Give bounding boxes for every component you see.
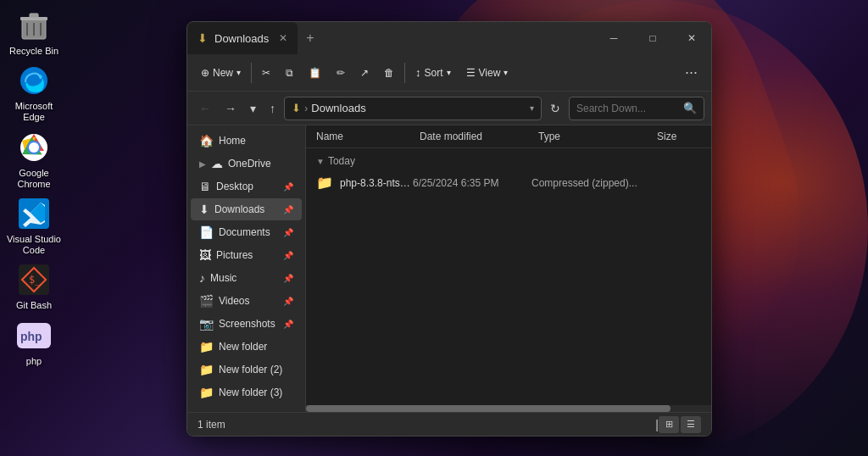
gitbash-icon: $_ xyxy=(17,263,51,297)
group-today: ▼ Today xyxy=(306,148,711,170)
desktop-icon-recycle-bin[interactable]: Recycle Bin xyxy=(4,8,64,57)
new-folder-icon: 📁 xyxy=(199,340,214,353)
sidebar-music-label: Music xyxy=(210,272,236,284)
view-dropdown-icon: ▾ xyxy=(504,68,508,77)
svg-rect-2 xyxy=(30,14,38,18)
scrollbar-thumb[interactable] xyxy=(306,405,670,412)
desktop-icon-sidebar: 🖥 xyxy=(199,180,211,193)
desktop-icon-php[interactable]: php php xyxy=(4,319,64,367)
recent-locations-button[interactable]: ▾ xyxy=(245,98,261,119)
sidebar-item-screenshots[interactable]: 📷 Screenshots 📌 xyxy=(191,313,302,335)
videos-icon: 🎬 xyxy=(199,294,214,308)
sidebar-new-folder-3-label: New folder (3) xyxy=(219,386,282,398)
paste-icon: 📋 xyxy=(309,67,321,79)
column-name[interactable]: Name xyxy=(313,129,416,144)
sidebar-onedrive-label: OneDrive xyxy=(228,158,271,170)
sidebar-item-onedrive[interactable]: ▶ ☁ OneDrive xyxy=(191,153,302,175)
sidebar-item-music[interactable]: ♪ Music 📌 xyxy=(191,267,302,289)
svg-text:php: php xyxy=(20,330,42,343)
column-type[interactable]: Type xyxy=(535,129,654,144)
file-list: Name Date modified Type Size ▼ Today 📁 p… xyxy=(306,125,711,412)
more-options-button[interactable]: ··· xyxy=(678,60,704,85)
new-button[interactable]: ⊕ New ▾ xyxy=(194,64,248,82)
share-icon: ↗ xyxy=(360,67,369,79)
svg-text:$_: $_ xyxy=(29,274,42,286)
sidebar-new-folder-2-label: New folder (2) xyxy=(219,364,282,375)
rename-button[interactable]: ✏ xyxy=(330,64,352,82)
back-button[interactable]: ← xyxy=(194,98,216,119)
separator-1 xyxy=(251,63,252,83)
desktop-pin-icon: 📌 xyxy=(283,182,293,192)
file-folder-icon: 📁 xyxy=(316,175,333,191)
chrome-label: Google Chrome xyxy=(4,168,64,190)
horizontal-scrollbar[interactable] xyxy=(306,405,711,412)
address-path[interactable]: ⬇ › Downloads ▾ xyxy=(284,97,542,120)
list-view-button[interactable]: ☰ xyxy=(681,416,701,433)
window-controls: ─ □ ✕ xyxy=(594,22,711,54)
copy-icon: ⧉ xyxy=(286,67,293,79)
sidebar-item-new-folder-2[interactable]: 📁 New folder (2) xyxy=(191,359,302,381)
copy-button[interactable]: ⧉ xyxy=(279,64,300,82)
pictures-icon: 🖼 xyxy=(199,248,211,262)
status-bar: 1 item | ⊞ ☰ xyxy=(187,412,711,436)
details-view-button[interactable]: ⊞ xyxy=(659,416,679,433)
sort-dropdown-icon: ▾ xyxy=(447,68,451,77)
delete-button[interactable]: 🗑 xyxy=(377,64,401,82)
sidebar-desktop-label: Desktop xyxy=(216,181,253,192)
search-input[interactable] xyxy=(576,103,680,114)
rename-icon: ✏ xyxy=(337,67,345,79)
up-button[interactable]: ↑ xyxy=(264,98,281,119)
sidebar-home-label: Home xyxy=(219,135,246,147)
explorer-window: ⬇ Downloads ✕ + ─ □ ✕ ⊕ New ▾ ✂ ⧉ 📋 ✏ xyxy=(186,21,712,437)
sidebar-item-home[interactable]: 🏠 Home xyxy=(191,130,302,152)
new-plus-icon: ⊕ xyxy=(201,67,209,79)
column-size[interactable]: Size xyxy=(654,129,704,144)
sidebar-item-new-folder-3[interactable]: 📁 New folder (3) xyxy=(191,381,302,403)
tab-download-icon: ⬇ xyxy=(198,31,208,45)
address-bar: ← → ▾ ↑ ⬇ › Downloads ▾ ↻ 🔍 xyxy=(187,92,711,125)
sidebar: 🏠 Home ▶ ☁ OneDrive 🖥 Desktop 📌 ⬇ Downlo… xyxy=(187,125,306,412)
screenshots-icon: 📷 xyxy=(199,317,214,331)
sidebar-item-desktop[interactable]: 🖥 Desktop 📌 xyxy=(191,175,302,197)
php-label: php xyxy=(26,356,42,367)
close-button[interactable]: ✕ xyxy=(672,22,711,54)
paste-button[interactable]: 📋 xyxy=(302,64,328,82)
desktop-icon-vscode[interactable]: Visual Studio Code xyxy=(4,197,64,256)
sidebar-item-pictures[interactable]: 🖼 Pictures 📌 xyxy=(191,244,302,266)
new-tab-button[interactable]: + xyxy=(298,31,322,46)
vscode-icon xyxy=(17,197,51,231)
maximize-button[interactable]: □ xyxy=(633,22,672,54)
delete-icon: 🗑 xyxy=(384,67,394,79)
downloads-pin-icon: 📌 xyxy=(283,205,293,214)
view-button[interactable]: ☰ View ▾ xyxy=(459,64,515,82)
desktop-icon-gitbash[interactable]: $_ Git Bash xyxy=(4,263,64,311)
empty-space xyxy=(306,195,711,405)
group-arrow-icon: ▼ xyxy=(316,157,325,166)
vscode-label: Visual Studio Code xyxy=(4,234,64,256)
path-separator: › xyxy=(304,102,308,114)
sort-label: Sort xyxy=(425,67,443,79)
videos-pin-icon: 📌 xyxy=(283,297,293,306)
cut-button[interactable]: ✂ xyxy=(255,64,277,82)
sort-button[interactable]: ↕ Sort ▾ xyxy=(409,63,458,82)
share-button[interactable]: ↗ xyxy=(353,64,376,82)
desktop-icon-edge[interactable]: Microsoft Edge xyxy=(4,64,64,123)
column-date[interactable]: Date modified xyxy=(416,129,535,144)
table-row[interactable]: 📁 php-8.3.8-nts-Win32-vs16-x64 6/25/2024… xyxy=(309,171,708,194)
minimize-button[interactable]: ─ xyxy=(594,22,633,54)
search-box[interactable]: 🔍 xyxy=(569,97,704,120)
forward-button[interactable]: → xyxy=(220,98,242,119)
sidebar-item-new-folder[interactable]: 📁 New folder xyxy=(191,336,302,358)
refresh-button[interactable]: ↻ xyxy=(545,98,565,119)
tab-close-button[interactable]: ✕ xyxy=(279,32,287,44)
screenshots-pin-icon: 📌 xyxy=(283,320,293,329)
desktop-icon-chrome[interactable]: Google Chrome xyxy=(4,131,64,190)
sort-icon: ↕ xyxy=(415,66,421,79)
new-folder-2-icon: 📁 xyxy=(199,363,214,376)
active-tab[interactable]: ⬇ Downloads ✕ xyxy=(187,22,298,54)
sidebar-item-videos[interactable]: 🎬 Videos 📌 xyxy=(191,290,302,312)
sidebar-item-documents[interactable]: 📄 Documents 📌 xyxy=(191,221,302,243)
sidebar-item-downloads[interactable]: ⬇ Downloads 📌 xyxy=(191,198,302,220)
recycle-bin-icon xyxy=(17,8,51,42)
column-headers: Name Date modified Type Size xyxy=(306,125,711,148)
